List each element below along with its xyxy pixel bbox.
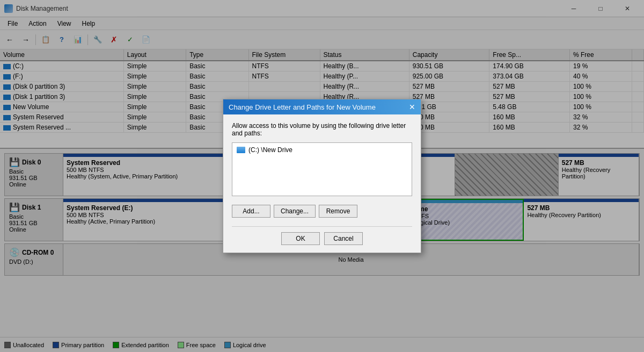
modal-change-button[interactable]: Change... bbox=[274, 205, 316, 218]
modal-dialog: Change Drive Letter and Paths for New Vo… bbox=[223, 99, 421, 253]
modal-add-button[interactable]: Add... bbox=[232, 205, 270, 218]
modal-bottom-buttons: OK Cancel bbox=[232, 232, 412, 245]
modal-cancel-button[interactable]: Cancel bbox=[324, 232, 363, 245]
modal-title-bar: Change Drive Letter and Paths for New Vo… bbox=[223, 99, 421, 114]
modal-overlay: Change Drive Letter and Paths for New Vo… bbox=[0, 0, 644, 352]
modal-list[interactable]: (C:) \New Drive bbox=[232, 142, 412, 196]
modal-remove-button[interactable]: Remove bbox=[319, 205, 357, 218]
modal-top-buttons: Add... Change... Remove bbox=[232, 205, 412, 218]
modal-close-button[interactable]: ✕ bbox=[409, 103, 415, 111]
modal-list-item-label: (C:) \New Drive bbox=[248, 146, 292, 154]
drive-icon bbox=[237, 147, 245, 153]
modal-list-item[interactable]: (C:) \New Drive bbox=[235, 145, 409, 155]
modal-divider bbox=[232, 226, 412, 227]
modal-ok-button[interactable]: OK bbox=[281, 232, 320, 245]
modal-description: Allow access to this volume by using the… bbox=[232, 122, 412, 137]
modal-title: Change Drive Letter and Paths for New Vo… bbox=[229, 103, 376, 111]
modal-body: Allow access to this volume by using the… bbox=[223, 114, 421, 253]
